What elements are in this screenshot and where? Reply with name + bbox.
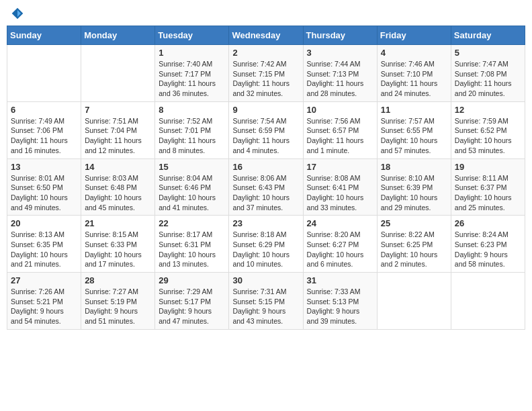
day-number: 21 <box>85 218 151 228</box>
calendar-cell <box>81 45 155 102</box>
calendar-cell: 29Sunrise: 7:29 AM Sunset: 5:17 PM Dayli… <box>155 273 229 330</box>
calendar-cell: 1Sunrise: 7:40 AM Sunset: 7:17 PM Daylig… <box>155 45 229 102</box>
calendar-table: SundayMondayTuesdayWednesdayThursdayFrid… <box>7 26 525 330</box>
day-number: 4 <box>381 48 447 58</box>
day-number: 22 <box>159 218 225 228</box>
logo <box>9 7 24 20</box>
day-number: 18 <box>381 162 447 172</box>
day-number: 1 <box>159 48 225 58</box>
calendar-cell: 18Sunrise: 8:10 AM Sunset: 6:39 PM Dayli… <box>377 158 451 216</box>
day-info: Sunrise: 8:04 AM Sunset: 6:46 PM Dayligh… <box>159 173 225 213</box>
calendar-cell: 10Sunrise: 7:56 AM Sunset: 6:57 PM Dayli… <box>303 101 377 158</box>
calendar-header-saturday: Saturday <box>451 26 525 45</box>
calendar-week-row: 6Sunrise: 7:49 AM Sunset: 7:06 PM Daylig… <box>7 101 525 158</box>
calendar-week-row: 1Sunrise: 7:40 AM Sunset: 7:17 PM Daylig… <box>7 45 525 102</box>
calendar-cell: 11Sunrise: 7:57 AM Sunset: 6:55 PM Dayli… <box>377 101 451 158</box>
calendar-cell: 27Sunrise: 7:26 AM Sunset: 5:21 PM Dayli… <box>7 273 81 330</box>
day-number: 15 <box>159 162 225 172</box>
day-info: Sunrise: 8:22 AM Sunset: 6:25 PM Dayligh… <box>381 230 447 269</box>
day-number: 13 <box>11 162 77 172</box>
calendar-cell: 8Sunrise: 7:52 AM Sunset: 7:01 PM Daylig… <box>155 101 229 158</box>
calendar-cell: 15Sunrise: 8:04 AM Sunset: 6:46 PM Dayli… <box>155 158 229 216</box>
calendar-cell: 22Sunrise: 8:17 AM Sunset: 6:31 PM Dayli… <box>155 216 229 273</box>
day-info: Sunrise: 7:47 AM Sunset: 7:08 PM Dayligh… <box>455 59 521 99</box>
day-number: 7 <box>85 105 151 115</box>
day-info: Sunrise: 8:24 AM Sunset: 6:23 PM Dayligh… <box>455 230 521 269</box>
day-number: 25 <box>381 218 447 228</box>
calendar-cell: 23Sunrise: 8:18 AM Sunset: 6:29 PM Dayli… <box>229 216 303 273</box>
day-info: Sunrise: 7:49 AM Sunset: 7:06 PM Dayligh… <box>11 116 77 156</box>
day-number: 24 <box>307 218 373 228</box>
calendar-cell: 6Sunrise: 7:49 AM Sunset: 7:06 PM Daylig… <box>7 101 81 158</box>
day-info: Sunrise: 8:10 AM Sunset: 6:39 PM Dayligh… <box>381 173 447 213</box>
calendar-header-sunday: Sunday <box>7 26 81 45</box>
day-info: Sunrise: 7:31 AM Sunset: 5:15 PM Dayligh… <box>232 287 299 326</box>
calendar-cell: 31Sunrise: 7:33 AM Sunset: 5:13 PM Dayli… <box>303 273 377 330</box>
day-number: 31 <box>307 275 373 285</box>
day-info: Sunrise: 7:54 AM Sunset: 6:59 PM Dayligh… <box>232 116 299 156</box>
day-number: 2 <box>232 48 299 58</box>
day-info: Sunrise: 7:46 AM Sunset: 7:10 PM Dayligh… <box>381 59 447 99</box>
calendar-week-row: 27Sunrise: 7:26 AM Sunset: 5:21 PM Dayli… <box>7 273 525 330</box>
calendar-cell: 7Sunrise: 7:51 AM Sunset: 7:04 PM Daylig… <box>81 101 155 158</box>
calendar-cell: 20Sunrise: 8:13 AM Sunset: 6:35 PM Dayli… <box>7 216 81 273</box>
calendar-cell: 17Sunrise: 8:08 AM Sunset: 6:41 PM Dayli… <box>303 158 377 216</box>
calendar-cell: 5Sunrise: 7:47 AM Sunset: 7:08 PM Daylig… <box>451 45 525 102</box>
day-number: 9 <box>232 105 299 115</box>
calendar-week-row: 20Sunrise: 8:13 AM Sunset: 6:35 PM Dayli… <box>7 216 525 273</box>
calendar-header-monday: Monday <box>81 26 155 45</box>
calendar-cell: 30Sunrise: 7:31 AM Sunset: 5:15 PM Dayli… <box>229 273 303 330</box>
day-info: Sunrise: 8:13 AM Sunset: 6:35 PM Dayligh… <box>11 230 77 269</box>
calendar-cell <box>377 273 451 330</box>
calendar-cell: 2Sunrise: 7:42 AM Sunset: 7:15 PM Daylig… <box>229 45 303 102</box>
day-info: Sunrise: 7:52 AM Sunset: 7:01 PM Dayligh… <box>159 116 225 156</box>
page-header <box>7 7 525 20</box>
calendar-cell: 13Sunrise: 8:01 AM Sunset: 6:50 PM Dayli… <box>7 158 81 216</box>
day-number: 16 <box>232 162 299 172</box>
day-info: Sunrise: 8:11 AM Sunset: 6:37 PM Dayligh… <box>455 173 521 213</box>
day-number: 28 <box>85 275 151 285</box>
day-number: 19 <box>455 162 521 172</box>
calendar-cell <box>451 273 525 330</box>
day-info: Sunrise: 7:51 AM Sunset: 7:04 PM Dayligh… <box>85 116 151 156</box>
day-number: 5 <box>455 48 521 58</box>
day-number: 11 <box>381 105 447 115</box>
calendar-cell <box>7 45 81 102</box>
calendar-cell: 26Sunrise: 8:24 AM Sunset: 6:23 PM Dayli… <box>451 216 525 273</box>
day-info: Sunrise: 8:06 AM Sunset: 6:43 PM Dayligh… <box>232 173 299 213</box>
day-number: 29 <box>159 275 225 285</box>
day-info: Sunrise: 8:03 AM Sunset: 6:48 PM Dayligh… <box>85 173 151 213</box>
day-info: Sunrise: 8:01 AM Sunset: 6:50 PM Dayligh… <box>11 173 77 213</box>
day-info: Sunrise: 7:44 AM Sunset: 7:13 PM Dayligh… <box>307 59 373 99</box>
calendar-cell: 12Sunrise: 7:59 AM Sunset: 6:52 PM Dayli… <box>451 101 525 158</box>
day-number: 27 <box>11 275 77 285</box>
day-number: 20 <box>11 218 77 228</box>
day-info: Sunrise: 7:26 AM Sunset: 5:21 PM Dayligh… <box>11 287 77 326</box>
calendar-cell: 21Sunrise: 8:15 AM Sunset: 6:33 PM Dayli… <box>81 216 155 273</box>
day-info: Sunrise: 7:42 AM Sunset: 7:15 PM Dayligh… <box>232 59 299 99</box>
calendar-header-friday: Friday <box>377 26 451 45</box>
calendar-cell: 4Sunrise: 7:46 AM Sunset: 7:10 PM Daylig… <box>377 45 451 102</box>
day-info: Sunrise: 7:56 AM Sunset: 6:57 PM Dayligh… <box>307 116 373 156</box>
day-number: 10 <box>307 105 373 115</box>
calendar-cell: 3Sunrise: 7:44 AM Sunset: 7:13 PM Daylig… <box>303 45 377 102</box>
day-info: Sunrise: 7:27 AM Sunset: 5:19 PM Dayligh… <box>85 287 151 326</box>
calendar-cell: 19Sunrise: 8:11 AM Sunset: 6:37 PM Dayli… <box>451 158 525 216</box>
calendar-cell: 14Sunrise: 8:03 AM Sunset: 6:48 PM Dayli… <box>81 158 155 216</box>
calendar-header-thursday: Thursday <box>303 26 377 45</box>
day-number: 30 <box>232 275 299 285</box>
day-info: Sunrise: 8:08 AM Sunset: 6:41 PM Dayligh… <box>307 173 373 213</box>
day-number: 6 <box>11 105 77 115</box>
day-number: 14 <box>85 162 151 172</box>
calendar-cell: 25Sunrise: 8:22 AM Sunset: 6:25 PM Dayli… <box>377 216 451 273</box>
day-number: 12 <box>455 105 521 115</box>
calendar-cell: 9Sunrise: 7:54 AM Sunset: 6:59 PM Daylig… <box>229 101 303 158</box>
day-number: 26 <box>455 218 521 228</box>
day-number: 17 <box>307 162 373 172</box>
day-info: Sunrise: 7:40 AM Sunset: 7:17 PM Dayligh… <box>159 59 225 99</box>
calendar-cell: 16Sunrise: 8:06 AM Sunset: 6:43 PM Dayli… <box>229 158 303 216</box>
day-info: Sunrise: 8:18 AM Sunset: 6:29 PM Dayligh… <box>232 230 299 269</box>
day-info: Sunrise: 8:17 AM Sunset: 6:31 PM Dayligh… <box>159 230 225 269</box>
day-info: Sunrise: 7:29 AM Sunset: 5:17 PM Dayligh… <box>159 287 225 326</box>
calendar-header-row: SundayMondayTuesdayWednesdayThursdayFrid… <box>7 26 525 45</box>
